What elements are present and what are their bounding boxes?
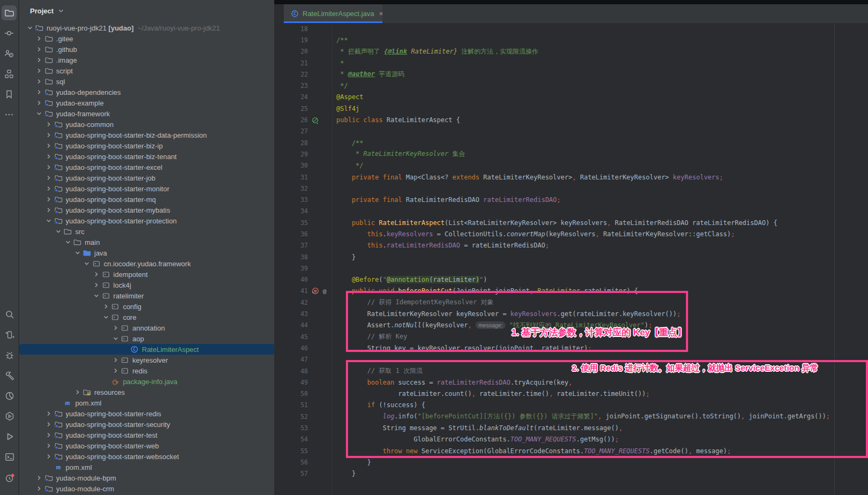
chevron-right-icon[interactable] [111, 324, 120, 332]
search-icon[interactable] [2, 307, 17, 322]
services-icon[interactable] [2, 409, 17, 424]
chevron-right-icon[interactable] [44, 142, 54, 149]
commit-icon[interactable] [2, 26, 17, 41]
chevron-right-icon[interactable] [35, 56, 44, 64]
tree-item-ratelimiter[interactable]: ratelimiter [19, 290, 274, 301]
chevron-right-icon[interactable] [35, 485, 44, 492]
profiler-icon[interactable] [2, 388, 17, 403]
chevron-right-icon[interactable] [44, 431, 54, 439]
chevron-right-icon[interactable] [35, 67, 44, 74]
structure-icon[interactable] [2, 66, 17, 81]
tree-item-gitee[interactable]: .gitee [19, 33, 274, 44]
tree-item-image[interactable]: .image [19, 55, 274, 65]
code-line-27[interactable]: 27 [274, 126, 868, 137]
chevron-right-icon[interactable] [44, 206, 54, 214]
code-line-41[interactable]: 41m@ public void beforePointCut(JoinPoin… [274, 286, 868, 297]
code-line-42[interactable]: 42 // 获得 IdempotentKeyResolver 对象 [274, 297, 868, 308]
tree-item-main[interactable]: main [19, 237, 274, 248]
code-line-21[interactable]: 21 * [274, 57, 868, 69]
tree-item-java[interactable]: java [19, 248, 274, 258]
tree-item-yudao-spring-boot-starter-websocket[interactable]: yudao-spring-boot-starter-websocket [19, 451, 274, 462]
chevron-right-icon[interactable] [35, 99, 44, 107]
project-panel-header[interactable]: Project [19, 0, 274, 21]
code-line-28[interactable]: 28 /** [274, 137, 868, 148]
tree-item-yudao-common[interactable]: yudao-common [19, 119, 274, 130]
tree-item-annotation[interactable]: annotation [19, 322, 274, 333]
tree-item-yudao-module-bpm[interactable]: yudao-module-bpm [19, 472, 274, 483]
chevron-right-icon[interactable] [44, 421, 54, 428]
chevron-right-icon[interactable] [35, 35, 44, 42]
tree-item-pom-xml[interactable]: mpom.xml [19, 462, 274, 472]
tree-item-yudao-spring-boot-starter-mybatis[interactable]: yudao-spring-boot-starter-mybatis [19, 205, 274, 215]
tree-item-ruoyi-vue-pro-jdk21[interactable]: ruoyi-vue-pro-jdk21 [yudao]~/Java/ruoyi-… [19, 22, 274, 33]
code-line-56[interactable]: 56 } [274, 456, 868, 468]
code-line-25[interactable]: 25@Slf4j [274, 103, 868, 114]
code-line-50[interactable]: 50 rateLimiter.count(), rateLimiter.time… [274, 388, 868, 400]
spring-bean-icon[interactable] [312, 117, 319, 124]
tree-item-yudao-spring-boot-starter-biz-ip[interactable]: yudao-spring-boot-starter-biz-ip [19, 140, 274, 151]
code-line-43[interactable]: 43 RateLimiterKeyResolver keyResolver = … [274, 308, 868, 319]
annotation-gutter-icon[interactable]: @ [321, 287, 328, 295]
tree-item-package-info-java[interactable]: package-info.java [19, 376, 274, 387]
tree-item-resources[interactable]: resources [19, 387, 274, 398]
chevron-right-icon[interactable] [92, 271, 101, 278]
chevron-right-icon[interactable] [44, 131, 54, 139]
chevron-down-icon[interactable] [44, 217, 54, 224]
chevron-down-icon[interactable] [57, 7, 65, 14]
tree-item-yudao-dependencies[interactable]: yudao-dependencies [19, 87, 274, 98]
chevron-down-icon[interactable] [35, 110, 44, 117]
notifications-icon[interactable] [2, 470, 17, 485]
code-line-36[interactable]: 36 this.keyResolvers = CollectionUtils.c… [274, 228, 868, 239]
more-icon[interactable] [2, 107, 17, 122]
tree-item-redis[interactable]: redis [19, 365, 274, 376]
code-line-32[interactable]: 32 [274, 183, 868, 194]
code-line-37[interactable]: 37 this.rateLimiterRedisDAO = rateLimite… [274, 240, 868, 251]
project-folder-icon[interactable] [2, 5, 17, 20]
tree-item-yudao-spring-boot-starter-job[interactable]: yudao-spring-boot-starter-job [19, 172, 274, 183]
chevron-right-icon[interactable] [44, 121, 54, 128]
chevron-right-icon[interactable] [44, 153, 54, 160]
chevron-right-icon[interactable] [35, 88, 44, 96]
tree-item-yudao-spring-boot-starter-biz-tenant[interactable]: yudao-spring-boot-starter-biz-tenant [19, 151, 274, 162]
chevron-right-icon[interactable] [111, 367, 120, 374]
code-line-44[interactable]: 44 Assert.notNull(keyResolver, message: … [274, 320, 868, 331]
chevron-down-icon[interactable] [92, 292, 101, 299]
run-icon[interactable] [2, 429, 17, 444]
chevron-right-icon[interactable] [44, 453, 54, 460]
tree-item-config[interactable]: config [19, 301, 274, 312]
code-line-19[interactable]: 19/** [274, 34, 868, 46]
code-line-48[interactable]: 48 // 获取 1 次限流 [274, 365, 868, 377]
chevron-right-icon[interactable] [35, 46, 44, 53]
tree-item-yudao-spring-boot-starter-excel[interactable]: yudao-spring-boot-starter-excel [19, 162, 274, 172]
chevron-right-icon[interactable] [35, 78, 44, 85]
code-line-29[interactable]: 29 * RateLimiterKeyResolver 集合 [274, 148, 868, 160]
chevron-down-icon[interactable] [54, 228, 63, 235]
chevron-down-icon[interactable] [63, 238, 72, 246]
code-line-33[interactable]: 33 private final RateLimiterRedisDAO rat… [274, 194, 868, 205]
chevron-right-icon[interactable] [44, 196, 54, 203]
code-line-39[interactable]: 39 [274, 262, 868, 274]
tree-item-yudao-spring-boot-starter-mq[interactable]: yudao-spring-boot-starter-mq [19, 194, 274, 205]
tree-item-cn-iocoder-yudao-framework[interactable]: cn.iocoder.yudao.framework [19, 258, 274, 269]
code-line-55[interactable]: 55 throw new ServiceException(GlobalErro… [274, 445, 868, 456]
tab-ratelimiteraspect[interactable]: C RateLimiterAspect.java × [284, 4, 382, 23]
code-line-38[interactable]: 38 } [274, 251, 868, 262]
code-line-31[interactable]: 31 private final Map<Class<? extends Rat… [274, 171, 868, 183]
tree-item-script[interactable]: script [19, 65, 274, 76]
close-icon[interactable]: × [379, 10, 383, 17]
bookmarks-icon[interactable] [2, 87, 17, 102]
code-line-35[interactable]: 35 public RateLimiterAspect(List<RateLim… [274, 217, 868, 228]
terminal-icon[interactable] [2, 449, 17, 464]
pull-requests-icon[interactable]: ? [2, 46, 17, 61]
tree-item-pom-xml[interactable]: mpom.xml [19, 398, 274, 408]
chevron-right-icon[interactable] [111, 356, 120, 364]
chevron-down-icon[interactable] [73, 249, 82, 257]
devices-icon[interactable] [2, 327, 17, 342]
tree-item-yudao-spring-boot-starter-security[interactable]: yudao-spring-boot-starter-security [19, 419, 274, 430]
code-line-54[interactable]: 54 GlobalErrorCodeConstants.TOO_MANY_REQ… [274, 434, 868, 445]
code-line-30[interactable]: 30 */ [274, 160, 868, 171]
chevron-right-icon[interactable] [35, 474, 44, 482]
chevron-right-icon[interactable] [44, 442, 54, 449]
tree-item-src[interactable]: src [19, 226, 274, 237]
code-line-18[interactable]: 18 [274, 23, 868, 34]
